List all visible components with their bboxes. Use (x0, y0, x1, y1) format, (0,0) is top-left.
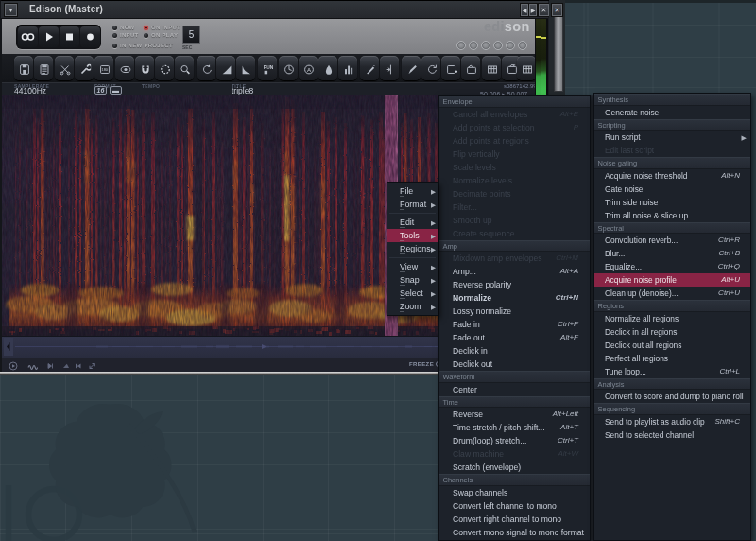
svg-text:RUN: RUN (263, 65, 273, 70)
svg-text:180: 180 (101, 66, 108, 71)
svg-text:A: A (307, 65, 312, 72)
